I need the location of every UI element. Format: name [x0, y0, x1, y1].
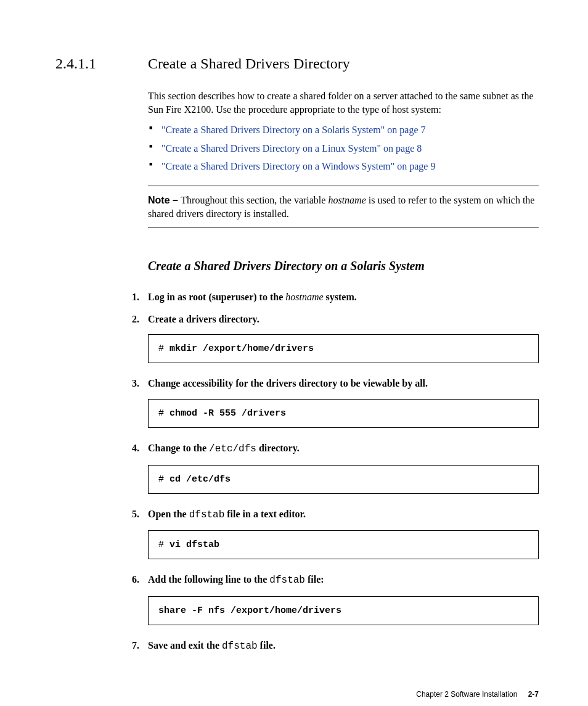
note-box: Note – Throughout this section, the vari… [148, 186, 539, 228]
code-box: # mkdir /export/home/drivers [148, 334, 539, 363]
code-prompt: # [158, 540, 169, 550]
code-box: share -F nfs /export/home/drivers [148, 596, 539, 625]
step-body: Add the following line to the dfstab fil… [148, 573, 539, 588]
code-command: share -F nfs /export/home/drivers [158, 605, 341, 616]
note-variable: hostname [328, 195, 365, 205]
note-text-before: Throughout this section, the variable [181, 195, 328, 205]
step-body: Open the dfstab file in a text editor. [148, 507, 539, 522]
footer-chapter: Chapter 2 Software Installation [416, 690, 517, 699]
step-mono: /etc/dfs [209, 443, 256, 454]
step-text: directory. [256, 443, 300, 453]
code-command: chmod -R 555 /drivers [169, 408, 286, 419]
section-title: Create a Shared Drivers Directory [148, 55, 350, 72]
step: 3. Change accessibility for the drivers … [132, 377, 539, 390]
step-body: Save and exit the dfstab file. [148, 639, 539, 654]
step-text: file in a text editor. [224, 509, 306, 519]
step: 4. Change to the /etc/dfs directory. [132, 441, 539, 456]
code-command: cd /etc/dfs [169, 474, 231, 485]
page: 2.4.1.1 Create a Shared Drivers Director… [0, 0, 588, 706]
step: 7. Save and exit the dfstab file. [132, 639, 539, 654]
list-item: "Create a Shared Drivers Directory on a … [148, 141, 539, 157]
step-body: Log in as root (superuser) to the hostna… [148, 290, 539, 304]
xref-link[interactable]: "Create a Shared Drivers Directory on a … [161, 161, 435, 171]
section-number: 2.4.1.1 [55, 55, 148, 72]
step-body: Create a drivers directory. [148, 313, 539, 326]
section-heading: 2.4.1.1 Create a Shared Drivers Director… [55, 55, 539, 72]
note-label: Note – [148, 195, 181, 205]
step-number: 5. [132, 507, 148, 521]
step-mono: dfstab [269, 575, 305, 586]
step-variable: hostname [285, 292, 323, 302]
footer-page-number: 2-7 [528, 690, 539, 699]
step-text: Save and exit the [148, 640, 222, 651]
step-mono: dfstab [222, 641, 258, 652]
step: 2. Create a drivers directory. [132, 313, 539, 326]
step: 6. Add the following line to the dfstab … [132, 573, 539, 588]
xref-link[interactable]: "Create a Shared Drivers Directory on a … [161, 143, 422, 154]
step-text: Add the following line to the [148, 574, 269, 585]
intro-paragraph: This section describes how to create a s… [148, 89, 539, 116]
step: 1. Log in as root (superuser) to the hos… [132, 290, 539, 304]
step-number: 2. [132, 313, 148, 326]
step-text: system. [324, 292, 357, 302]
step-body: Change accessibility for the drivers dir… [148, 377, 539, 390]
procedure-heading: Create a Shared Drivers Directory on a S… [148, 259, 539, 273]
code-prompt: # [158, 408, 169, 419]
step-text: file: [305, 574, 324, 585]
xref-link[interactable]: "Create a Shared Drivers Directory on a … [161, 125, 426, 135]
code-box: # chmod -R 555 /drivers [148, 399, 539, 428]
code-prompt: # [158, 474, 169, 485]
step-body: Change to the /etc/dfs directory. [148, 441, 539, 456]
step-text: Open the [148, 509, 189, 519]
code-box: # vi dfstab [148, 530, 539, 559]
code-prompt: # [158, 343, 169, 354]
step-text: file. [258, 640, 276, 651]
page-footer: Chapter 2 Software Installation 2-7 [55, 690, 539, 699]
step-text: Log in as root (superuser) to the [148, 292, 285, 302]
step-number: 3. [132, 377, 148, 390]
code-command: mkdir /export/home/drivers [169, 343, 314, 354]
code-command: vi dfstab [169, 540, 219, 550]
step: 5. Open the dfstab file in a text editor… [132, 507, 539, 522]
step-number: 1. [132, 290, 148, 304]
list-item: "Create a Shared Drivers Directory on a … [148, 158, 539, 174]
body-column: This section describes how to create a s… [148, 89, 539, 653]
code-box: # cd /etc/dfs [148, 465, 539, 494]
step-mono: dfstab [189, 509, 225, 520]
xref-list: "Create a Shared Drivers Directory on a … [148, 122, 539, 174]
list-item: "Create a Shared Drivers Directory on a … [148, 122, 539, 138]
step-number: 6. [132, 573, 148, 586]
step-number: 7. [132, 639, 148, 652]
step-text: Change to the [148, 443, 209, 453]
step-number: 4. [132, 441, 148, 455]
